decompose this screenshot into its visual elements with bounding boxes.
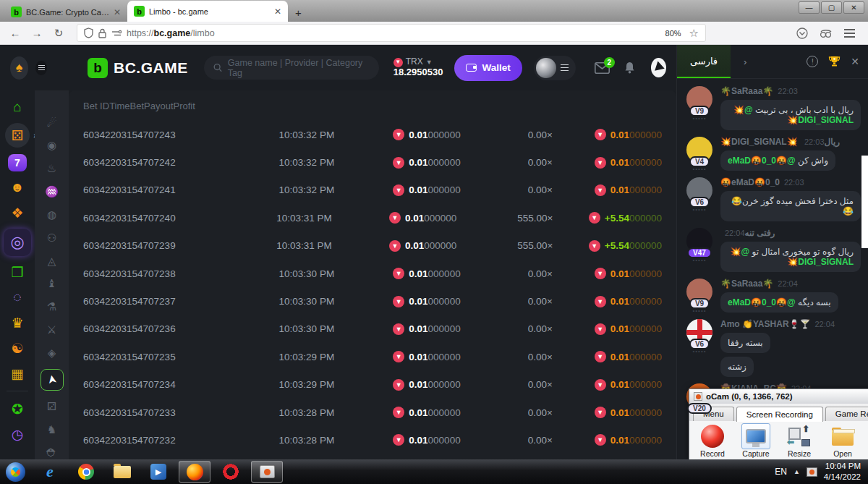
game-shortcut[interactable]: ⛑ [43,446,61,459]
chat-toggle-button[interactable] [651,58,666,77]
game-shortcut[interactable]: ♞ [43,423,61,436]
inbox-button[interactable]: 2 [595,62,610,74]
reload-button[interactable]: ↻ [51,27,67,40]
taskbar-app-button[interactable] [215,461,247,483]
sidebar-item[interactable] [7,391,28,391]
bcgame-logo[interactable]: b BC.GAME [88,58,188,78]
chat-username[interactable]: رفتی تنه22:04 [720,228,861,238]
start-button[interactable] [6,462,25,482]
game-shortcut[interactable]: ◈ [43,346,61,360]
sidebar-item[interactable]: ❖ [7,203,28,222]
game-shortcut[interactable]: ☄ [43,116,61,130]
page-scrollbar-thumb[interactable] [861,156,868,248]
game-shortcut[interactable]: ⚔ [43,323,61,336]
table-row[interactable]: 60342203154707243 10:03:32 PM ▼ 0.010000… [83,121,662,148]
table-row[interactable]: 60342203154707237 10:03:30 PM ▼ 0.010000… [83,287,662,315]
table-row[interactable]: 60342203154707240 10:03:31 PM ▼ 0.010000… [83,204,662,232]
game-shortcut[interactable]: ♝ [43,277,61,291]
lock-icon[interactable] [98,28,106,38]
maximize-button[interactable]: ▢ [821,1,842,14]
taskbar-app-button[interactable] [106,461,138,483]
shield-icon[interactable] [84,27,93,38]
taskbar-app-button[interactable]: ▶ [142,461,174,483]
table-row[interactable]: 60342203154707235 10:03:29 PM ▼ 0.010000… [83,343,662,370]
browser-tab[interactable]: b BC.Game: Crypto Casino Games ✕ [4,2,127,22]
table-row[interactable]: 60342203154707238 10:03:30 PM ▼ 0.010000… [83,260,662,287]
game-shortcut[interactable]: ⚇ [43,231,61,245]
game-shortcut[interactable]: ⚂ [43,399,61,413]
table-row[interactable]: 60342203154707239 10:03:31 PM ▼ 0.010000… [83,232,662,260]
sidebar-item[interactable]: ▦ [7,364,28,383]
sidebar-item[interactable]: ❒ [7,263,28,281]
chat-username[interactable]: 💥DIGI_SIGNAL💥 ریال22:03 [720,137,840,147]
table-row[interactable]: 60342203154707231 10:03:27 PM ▼ 0.010000… [83,454,662,459]
table-row[interactable]: 60342203154707232 10:03:28 PM ▼ 0.010000… [83,426,662,454]
menu-hamburger-icon[interactable] [844,27,855,40]
ocam-tool-button[interactable]: Open [824,423,861,458]
close-button[interactable]: ✕ [843,1,864,14]
tab-close-icon[interactable]: ✕ [114,7,121,17]
sidebar-item[interactable]: ⌂ [7,98,28,116]
sidebar-item[interactable]: ☯ [7,339,28,357]
wallet-button[interactable]: Wallet [454,55,522,81]
tab-close-icon[interactable]: ✕ [274,7,281,17]
forward-button[interactable]: → [29,27,45,39]
table-row[interactable]: 60342203154707242 10:03:32 PM ▼ 0.010000… [83,148,662,176]
profile-button[interactable] [534,56,576,80]
bookmark-star-icon[interactable]: ☆ [689,27,699,40]
ocam-title-bar[interactable]: oCam (0, 6, 1366, 762) [689,389,868,404]
ocam-tab[interactable]: Screen Recording [736,407,823,422]
taskbar-app-button[interactable] [70,461,102,483]
back-button[interactable]: ← [7,27,23,39]
sidebar-item[interactable]: ◎ [4,229,31,256]
sidebar-item[interactable]: ☻ [7,178,28,197]
game-shortcut[interactable]: ◍ [43,208,61,221]
chevron-right-icon[interactable]: › [744,56,746,67]
ocam-tool-button[interactable]: ⬆⬅ Resize [780,423,818,458]
sidebar-item[interactable]: ✪ [7,399,28,418]
sidebar-item[interactable]: 7 [8,154,27,171]
chat-close-icon[interactable]: ✕ [851,56,859,67]
game-shortcut[interactable]: ♒ [43,184,61,198]
sidebar-item[interactable]: ◌ [7,288,28,307]
permissions-icon[interactable] [111,30,122,37]
trophy-icon[interactable] [828,56,841,67]
game-shortcut[interactable]: ◉ [43,139,61,153]
sidebar-item[interactable]: ♛ [7,313,28,332]
game-search-input[interactable]: Game name | Provider | Category Tag [204,56,379,80]
table-row[interactable]: 60342203154707236 10:03:30 PM ▼ 0.010000… [83,315,662,343]
url-bar[interactable]: https://bc.game/limbo 80% ☆ [77,24,706,42]
zoom-level-badge[interactable]: 80% [663,28,684,38]
chat-username[interactable]: 🌴SaRaaa🌴22:04 [720,279,838,289]
sidebar-item[interactable]: ◷ [7,425,28,443]
chat-rules-icon[interactable]: ! [807,56,818,67]
sidebar-collapse-button[interactable] [35,61,47,75]
language-indicator[interactable]: EN [775,467,787,477]
chat-language-tab[interactable]: فارسی [677,45,731,78]
table-row[interactable]: 60342203154707234 10:03:29 PM ▼ 0.010000… [83,371,662,399]
tray-expand-icon[interactable]: ▲ [793,468,800,475]
spade-logo-button[interactable]: ♠ [10,56,28,80]
taskbar-app-button[interactable]: e [34,461,66,483]
game-shortcut[interactable]: ⚗ [43,300,61,314]
browser-tab[interactable]: b Limbo - bc.game ✕ [127,1,288,22]
chat-username[interactable]: 🤬eMaD🤬0_022:03 [720,177,861,187]
ocam-tool-button[interactable]: Record [694,423,731,458]
notifications-button[interactable] [624,61,635,74]
ocam-tool-button[interactable]: Capture [737,423,775,458]
table-row[interactable]: 60342203154707241 10:03:32 PM ▼ 0.010000… [83,177,662,204]
extensions-icon[interactable] [820,28,833,38]
ocam-tray-icon[interactable] [807,467,817,477]
sidebar-item[interactable]: ⚄ [5,123,30,148]
ocam-tab[interactable]: Game Recording [825,407,868,421]
pocket-icon[interactable] [796,27,808,39]
new-tab-button[interactable]: + [288,7,309,22]
currency-selector[interactable]: ▼ TRX ▼ 18.2950530 [393,57,443,78]
chat-username[interactable]: Amo 👏YASHAR🍷🍸22:04 [720,319,835,329]
table-row[interactable]: 60342203154707233 10:03:28 PM ▼ 0.010000… [83,399,662,426]
game-shortcut[interactable]: ♨ [43,162,61,176]
game-shortcut[interactable]: ◬ [43,254,61,268]
taskbar-clock[interactable]: 10:04 PM 4/14/2022 [824,461,861,483]
taskbar-app-button[interactable] [251,461,283,483]
game-shortcut[interactable]: ➤ [41,369,64,391]
